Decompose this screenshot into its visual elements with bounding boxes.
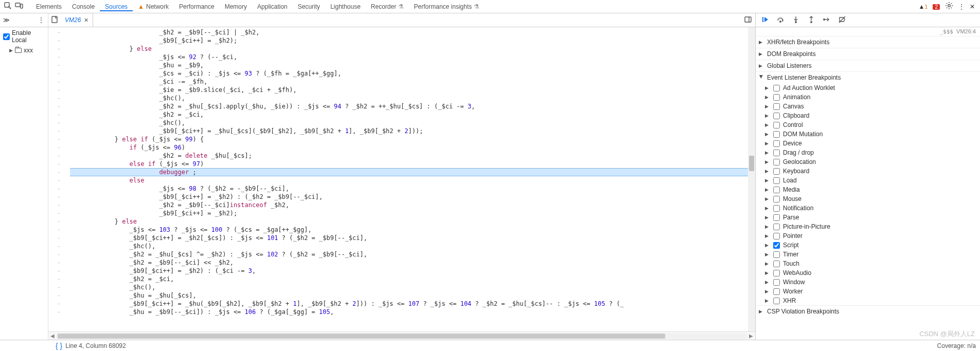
step-out-icon[interactable] (807, 15, 815, 25)
code-content[interactable]: _$h2 = _$b9[--_$ci] | _$h2, _$b9[_$ci++]… (70, 27, 748, 331)
enable-local-checkbox[interactable] (3, 33, 10, 40)
event-category-checkbox[interactable] (773, 85, 780, 91)
event-category-device[interactable]: ▶Device (756, 139, 980, 148)
svg-point-13 (811, 21, 812, 22)
tab-elements[interactable]: Elements (31, 3, 67, 10)
event-category-worker[interactable]: ▶Worker (756, 287, 980, 296)
close-tab-icon[interactable]: ✕ (84, 17, 88, 24)
event-category-window[interactable]: ▶Window (756, 278, 980, 287)
settings-icon[interactable] (945, 2, 953, 11)
event-category-checkbox[interactable] (773, 131, 780, 138)
event-category-checkbox[interactable] (773, 159, 780, 165)
inspect-icon[interactable] (2, 2, 13, 11)
tab-performance[interactable]: Performance (174, 3, 220, 10)
event-category-pointer[interactable]: ▶Pointer (756, 231, 980, 241)
step-over-icon[interactable] (776, 15, 785, 25)
event-category-picture-in-picture[interactable]: ▶Picture-in-Picture (756, 222, 980, 231)
event-category-checkbox[interactable] (773, 168, 780, 175)
expand-navigator-icon[interactable]: ≫ (3, 16, 10, 24)
event-category-checkbox[interactable] (773, 261, 780, 267)
event-category-checkbox[interactable] (773, 205, 780, 212)
event-category-checkbox[interactable] (773, 113, 780, 119)
event-category-animation[interactable]: ▶Animation (756, 93, 980, 102)
pane-dom-breakpoints[interactable]: ▶DOM Breakpoints (756, 48, 980, 60)
pane-csp-violation-breakpoints[interactable]: ▶CSP Violation Breakpoints (756, 305, 980, 317)
tab-application[interactable]: Application (252, 3, 293, 10)
line-gutter[interactable]: - - - - - - - - - - - - - - - - - - - - … (48, 27, 70, 331)
event-category-mouse[interactable]: ▶Mouse (756, 194, 980, 204)
call-frame-crumb: _$$$ VM26:4 (756, 27, 980, 36)
event-category-checkbox[interactable] (773, 187, 780, 193)
pane-global-listeners[interactable]: ▶Global Listeners (756, 60, 980, 71)
event-category-checkbox[interactable] (773, 224, 780, 230)
snippet-icon[interactable] (48, 15, 61, 25)
show-editor-sidebar-icon[interactable] (744, 15, 755, 25)
event-category-webaudio[interactable]: ▶WebAudio (756, 268, 980, 278)
tab-security[interactable]: Security (293, 3, 325, 10)
errors-indicator[interactable]: 2 (933, 3, 940, 10)
svg-marker-8 (764, 17, 768, 22)
tab-recorder[interactable]: Recorder ⚗ (366, 3, 409, 10)
coverage-status: Coverage: n/a (937, 342, 976, 349)
event-category-checkbox[interactable] (773, 122, 780, 128)
event-category-drag-drop[interactable]: ▶Drag / drop (756, 148, 980, 157)
event-category-script[interactable]: ▶Script (756, 241, 980, 250)
event-category-checkbox[interactable] (773, 150, 780, 156)
event-category-xhr[interactable]: ▶XHR (756, 296, 980, 305)
event-category-checkbox[interactable] (773, 270, 780, 276)
pane-event-listener-breakpoints[interactable]: ▶Event Listener Breakpoints (756, 71, 980, 83)
event-category-checkbox[interactable] (773, 298, 780, 304)
event-category-canvas[interactable]: ▶Canvas (756, 102, 980, 111)
tab-lighthouse[interactable]: Lighthouse (325, 3, 366, 10)
tab-network[interactable]: ▲Network (133, 3, 174, 10)
event-category-checkbox[interactable] (773, 288, 780, 295)
event-category-control[interactable]: ▶Control (756, 120, 980, 130)
resume-icon[interactable] (761, 15, 769, 25)
debugger-sidebar: _$$$ VM26:4 ▶XHR/fetch Breakpoints▶DOM B… (755, 13, 980, 340)
event-category-checkbox[interactable] (773, 233, 780, 239)
folder-tree-item[interactable]: ▶ xxx (0, 46, 48, 55)
editor-tab-vm26[interactable]: VM26 ✕ (61, 13, 93, 27)
event-category-checkbox[interactable] (773, 103, 780, 110)
step-into-icon[interactable] (792, 15, 800, 25)
event-category-checkbox[interactable] (773, 279, 780, 286)
svg-point-14 (824, 19, 825, 20)
event-category-checkbox[interactable] (773, 251, 780, 258)
horizontal-scrollbar[interactable]: ◀▶ (48, 331, 755, 340)
event-category-clipboard[interactable]: ▶Clipboard (756, 111, 980, 120)
deactivate-breakpoints-icon[interactable] (838, 15, 846, 25)
kebab-menu-icon[interactable]: ⋮ (958, 3, 965, 10)
device-toggle-icon[interactable] (13, 2, 25, 11)
svg-point-9 (780, 21, 781, 22)
tab-console[interactable]: Console (67, 3, 100, 10)
pretty-print-icon[interactable]: { } (56, 342, 62, 350)
event-category-checkbox[interactable] (773, 94, 780, 101)
event-category-parse[interactable]: ▶Parse (756, 213, 980, 222)
event-category-checkbox[interactable] (773, 196, 780, 202)
event-category-dom-mutation[interactable]: ▶DOM Mutation (756, 130, 980, 139)
event-category-touch[interactable]: ▶Touch (756, 259, 980, 268)
event-category-notification[interactable]: ▶Notification (756, 204, 980, 213)
navigator-more-icon[interactable]: ⋮ (38, 16, 45, 24)
warnings-indicator[interactable]: ▲1 (918, 3, 928, 10)
event-category-ad-auction-worklet[interactable]: ▶Ad Auction Worklet (756, 83, 980, 93)
step-icon[interactable] (823, 15, 831, 25)
event-category-keyboard[interactable]: ▶Keyboard (756, 167, 980, 176)
close-devtools-icon[interactable]: ✕ (970, 3, 975, 10)
pane-xhr-fetch-breakpoints[interactable]: ▶XHR/fetch Breakpoints (756, 36, 980, 48)
event-category-checkbox[interactable] (773, 214, 780, 221)
event-category-load[interactable]: ▶Load (756, 176, 980, 185)
tab-memory[interactable]: Memory (220, 3, 252, 10)
event-category-geolocation[interactable]: ▶Geolocation (756, 157, 980, 167)
event-category-checkbox[interactable] (773, 242, 780, 249)
event-category-checkbox[interactable] (773, 177, 780, 184)
source-editor: VM26 ✕ - - - - - - - - - - - - - - - - -… (48, 13, 755, 340)
tab-sources[interactable]: Sources (100, 3, 133, 11)
tab-performance-insights[interactable]: Performance insights ⚗ (409, 3, 485, 10)
event-category-checkbox[interactable] (773, 140, 780, 147)
event-category-media[interactable]: ▶Media (756, 185, 980, 194)
event-category-timer[interactable]: ▶Timer (756, 250, 980, 259)
enable-local-overrides[interactable]: Enable Local (0, 27, 48, 46)
vertical-scrollbar[interactable] (748, 27, 755, 331)
svg-rect-1 (15, 3, 20, 7)
